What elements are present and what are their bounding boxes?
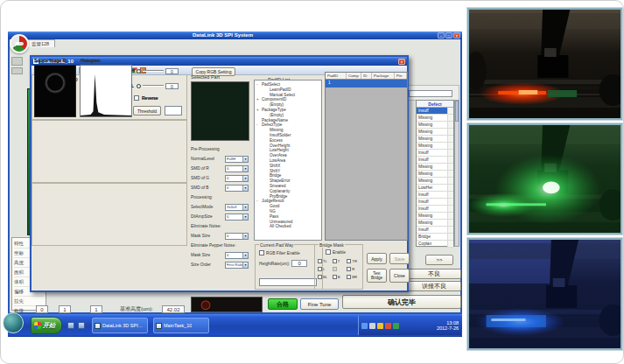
defect-row[interactable]: Missing (417, 136, 453, 143)
padid-tree[interactable]: - PadSelect LearnPadID Manual Select + C… (254, 80, 322, 241)
defect-row[interactable]: Bridge (417, 234, 453, 241)
defect-row[interactable]: Insuff (417, 206, 453, 213)
defect-row[interactable]: LowHei (417, 185, 453, 192)
bridge-mask-cell[interactable]: L (318, 267, 333, 271)
defect-row[interactable]: Insuff (417, 157, 453, 164)
dropdown[interactable]: 0 ▾ (225, 185, 249, 192)
desktop-gadget-icon[interactable] (3, 312, 24, 333)
defect-filter-field[interactable] (409, 90, 452, 97)
start-button[interactable]: 开始 (31, 317, 62, 334)
chevron-down-icon[interactable]: ▾ (242, 176, 248, 181)
padid-list-column-header[interactable]: PadID (326, 73, 347, 79)
tray-icon[interactable] (369, 323, 375, 329)
threshold-field[interactable] (165, 106, 182, 116)
defect-row[interactable]: Insuff (417, 199, 453, 206)
chevron-down-icon[interactable]: ▾ (242, 186, 248, 191)
chevron-down-icon[interactable]: ▾ (242, 234, 248, 239)
main-window-titlebar[interactable]: DataLink 3D SPI System – □ × (8, 32, 462, 39)
tray-icon[interactable] (393, 323, 399, 329)
chevron-down-icon[interactable]: ▾ (242, 205, 248, 210)
dropdown[interactable]: 0 ▾ (225, 165, 249, 172)
defect-row[interactable]: Missing (417, 220, 453, 227)
padid-list-column-header[interactable]: Pin (395, 73, 407, 79)
defect-column-header[interactable]: Defect (417, 101, 453, 108)
padid-list-column-header[interactable]: ID (361, 73, 372, 79)
defect-row[interactable]: Insuff (417, 150, 453, 157)
dropdown[interactable]: 3x3x3 ▾ (225, 204, 249, 211)
dropdown[interactable]: 0 ▾ (225, 214, 249, 220)
bridge-mask-cell[interactable]: BR (347, 275, 361, 279)
save-button[interactable]: Save (389, 253, 410, 264)
bridge-mask-cell[interactable]: T (333, 259, 347, 263)
test-bridge-button[interactable]: Test Bridge (367, 269, 387, 283)
chevron-down-icon[interactable]: ▾ (242, 214, 248, 220)
padid-list-column-header[interactable]: Comp (347, 73, 361, 79)
taskbar-window-button[interactable]: MainTask_10 (153, 318, 209, 333)
bridge-mask-cell[interactable]: BL (318, 275, 333, 279)
dropdown[interactable]: 0 ▾ (225, 252, 249, 259)
status-field-3[interactable]: 1 (90, 305, 102, 313)
status-field-1[interactable]: 0 (36, 305, 48, 313)
chevron-down-icon[interactable]: ▾ (242, 262, 248, 268)
bridge-mask-cell[interactable]: R (347, 267, 361, 271)
close-button[interactable]: × (453, 32, 460, 38)
monitor-tab[interactable]: 监督128 (25, 39, 55, 47)
l-value-field[interactable]: 0 (165, 83, 179, 89)
bridge-mask-enable-checkbox[interactable] (326, 249, 331, 255)
defect-row[interactable]: Insuff (417, 227, 453, 234)
dialog-close-icon[interactable]: × (398, 59, 405, 65)
apply-button[interactable]: Apply (367, 253, 387, 264)
tray-icon[interactable] (377, 323, 383, 329)
defect-row[interactable]: Missing (417, 143, 453, 150)
status-field-2[interactable]: 1 (59, 305, 71, 313)
pass-button[interactable]: 合格 (268, 298, 298, 310)
tree-item[interactable]: All Checked (256, 224, 321, 229)
taskbar-window-button[interactable]: DataLink 3D SPI… (92, 318, 148, 333)
defect-table-scrollbar[interactable] (454, 100, 459, 247)
mark-defect-button[interactable]: 不良 (407, 269, 461, 279)
dialog-close-button[interactable]: Close (389, 269, 410, 283)
defect-row[interactable]: Missing (417, 115, 453, 122)
defect-list-table[interactable]: Defect Insuff Missing Missing Missing Mi… (416, 100, 454, 247)
defect-row[interactable]: Missing (417, 178, 453, 185)
false-call-button[interactable]: 误报不良 (407, 281, 461, 291)
padid-list[interactable]: PadIDCompIDPackagePin 1 (325, 72, 408, 241)
bridge-mask-cell[interactable]: TR (347, 259, 361, 263)
h-slider-track[interactable] (143, 70, 164, 72)
dropdown[interactable]: First Rule ▾ (225, 262, 249, 269)
defect-row[interactable]: Missing (417, 122, 453, 129)
chevron-down-icon[interactable]: ▾ (242, 253, 248, 258)
desktop-app-logo-icon[interactable] (10, 34, 29, 53)
threshold-button[interactable]: Threshold (133, 106, 161, 116)
defect-row[interactable]: Coplan (417, 241, 453, 248)
l-slider-knob[interactable] (137, 84, 141, 88)
defect-row[interactable]: Missing (417, 164, 453, 171)
tray-icon[interactable] (385, 323, 391, 329)
h-value-field[interactable]: 0 (165, 68, 179, 74)
side-tool-box[interactable] (11, 67, 23, 74)
padid-list-column-header[interactable]: Package (372, 73, 395, 79)
maximize-button[interactable]: □ (445, 32, 452, 38)
confirm-complete-button[interactable]: 确认完毕 (342, 295, 461, 309)
dropdown[interactable]: 0 ▾ (225, 175, 249, 182)
minimize-button[interactable]: – (438, 32, 445, 38)
padid-selected-row[interactable]: 1 (326, 80, 407, 88)
reverse-checkbox[interactable] (134, 95, 139, 101)
chevron-down-icon[interactable]: ▾ (242, 157, 248, 162)
dropdown[interactable]: 0 ▾ (225, 233, 249, 240)
defect-row[interactable]: Missing (417, 213, 453, 220)
defect-row[interactable]: Missing (417, 129, 453, 136)
l-slider-track[interactable] (143, 85, 164, 87)
rgb-filter-enable-checkbox[interactable] (259, 250, 264, 256)
height-rate-field[interactable]: 0 (291, 260, 307, 267)
defect-row[interactable]: Missing (417, 171, 453, 178)
tray-icon[interactable] (361, 323, 368, 329)
bridge-mask-cell[interactable]: B (333, 275, 347, 279)
fine-tune-button[interactable]: Fine Tune (300, 298, 339, 310)
bridge-mask-cell[interactable] (333, 267, 347, 271)
quick-launch-icon[interactable] (67, 322, 74, 329)
more-button[interactable]: >> (425, 255, 453, 265)
quick-launch-icon[interactable] (78, 322, 85, 329)
side-tool-box[interactable] (11, 57, 23, 66)
chevron-down-icon[interactable]: ▾ (242, 166, 248, 172)
